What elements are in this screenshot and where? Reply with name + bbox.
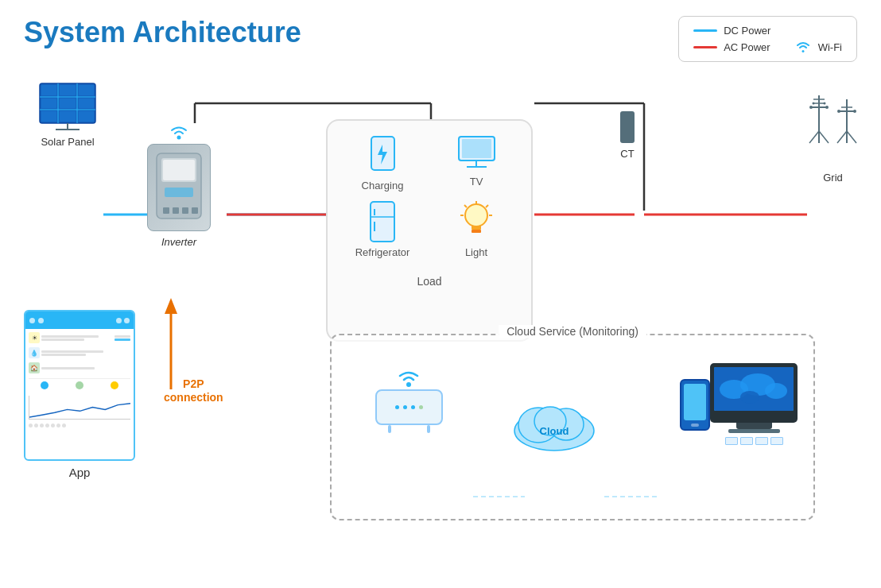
svg-rect-23 [60, 99, 76, 108]
refrigerator-label: Refrigerator [355, 246, 410, 258]
svg-rect-35 [163, 207, 169, 214]
svg-point-65 [824, 103, 826, 105]
svg-rect-37 [182, 207, 188, 214]
load-items-grid: Charging TV Refrig [328, 121, 531, 270]
page: System Architecture DC Power AC Power Wi [0, 0, 881, 588]
load-item-light: Light [433, 199, 519, 258]
app-header [25, 311, 134, 329]
light-label: Light [465, 246, 487, 258]
load-box: Charging TV Refrig [326, 119, 533, 342]
cloud-service-title: Cloud Service (Monitoring) [499, 325, 646, 338]
svg-point-82 [740, 391, 759, 404]
inverter-component: Inverter [147, 123, 211, 248]
svg-point-71 [837, 110, 840, 113]
cloud-icon: Cloud [506, 391, 602, 455]
inverter-box [147, 144, 211, 231]
grid-label: Grid [823, 172, 843, 184]
svg-rect-49 [472, 226, 481, 230]
router-component [375, 367, 443, 433]
svg-rect-19 [41, 85, 56, 95]
svg-rect-20 [60, 85, 76, 95]
tv-icon [455, 133, 499, 172]
app-content-area: ☀ 💧 [25, 329, 134, 431]
inverter-wifi-icon [168, 123, 190, 141]
svg-point-81 [765, 383, 787, 399]
app-dot-4 [124, 318, 130, 323]
legend: DC Power AC Power Wi-Fi [678, 16, 857, 62]
svg-point-63 [825, 106, 829, 109]
svg-point-64 [813, 103, 815, 105]
ct-block [620, 111, 635, 143]
inverter-body [155, 152, 203, 223]
p2p-connection-label: P2P connection [164, 377, 223, 404]
dc-power-label: DC Power [724, 25, 770, 37]
svg-line-60 [809, 131, 819, 143]
svg-point-30 [177, 136, 181, 140]
svg-rect-36 [173, 207, 179, 214]
light-icon [456, 199, 496, 243]
svg-text:Cloud: Cloud [540, 425, 569, 437]
phone-component [680, 379, 710, 431]
svg-rect-41 [462, 139, 491, 158]
svg-point-62 [809, 106, 813, 109]
router-feet [388, 425, 430, 433]
cloud-service-box: Cloud Service (Monitoring) [330, 334, 815, 520]
ct-component: CT [620, 111, 635, 160]
load-item-charging: Charging [340, 133, 425, 191]
refrigerator-icon [367, 199, 398, 243]
svg-line-70 [847, 131, 856, 143]
svg-line-52 [486, 205, 488, 207]
inverter-label: Inverter [161, 236, 196, 248]
app-screen: ☀ 💧 [24, 310, 135, 461]
svg-point-73 [406, 382, 411, 387]
svg-rect-38 [192, 207, 198, 214]
svg-rect-27 [79, 111, 94, 122]
app-dot-3 [116, 318, 122, 323]
cloud-component: Cloud [506, 391, 602, 455]
solar-panel-label: Solar Panel [41, 136, 94, 148]
svg-line-53 [464, 205, 467, 207]
svg-rect-22 [41, 99, 56, 108]
app-label: App [69, 466, 91, 479]
ac-power-label: AC Power [724, 41, 770, 53]
svg-rect-21 [79, 85, 94, 95]
svg-rect-33 [163, 160, 195, 180]
svg-point-48 [465, 204, 487, 226]
ct-label: CT [620, 148, 634, 160]
grid-icon [803, 87, 863, 167]
svg-rect-26 [60, 111, 76, 122]
load-item-tv: TV [433, 133, 519, 191]
svg-point-72 [853, 110, 856, 113]
svg-rect-25 [41, 111, 56, 122]
dc-power-line [693, 29, 717, 32]
svg-marker-11 [165, 298, 177, 314]
router-body [375, 389, 443, 425]
charging-label: Charging [362, 180, 404, 191]
solar-panel-icon [36, 79, 99, 131]
grid-component: Grid [803, 87, 863, 184]
svg-rect-24 [79, 99, 94, 108]
app-dot-2 [38, 318, 44, 323]
svg-line-61 [819, 131, 829, 143]
wifi-icon [794, 41, 812, 53]
svg-rect-34 [165, 188, 193, 197]
router-wifi-icon [395, 367, 423, 389]
solar-panel-component: Solar Panel [36, 79, 99, 148]
load-item-refrigerator: Refrigerator [340, 199, 425, 258]
load-label: Load [417, 275, 441, 288]
ac-power-line [693, 46, 717, 48]
tv-label: TV [470, 176, 483, 188]
monitor-component [710, 363, 798, 445]
app-component: ☀ 💧 [24, 310, 135, 479]
app-dot-1 [29, 318, 35, 323]
svg-line-69 [837, 131, 847, 143]
wifi-label: Wi-Fi [818, 41, 842, 53]
svg-rect-50 [472, 230, 481, 233]
charging-icon [365, 133, 401, 176]
